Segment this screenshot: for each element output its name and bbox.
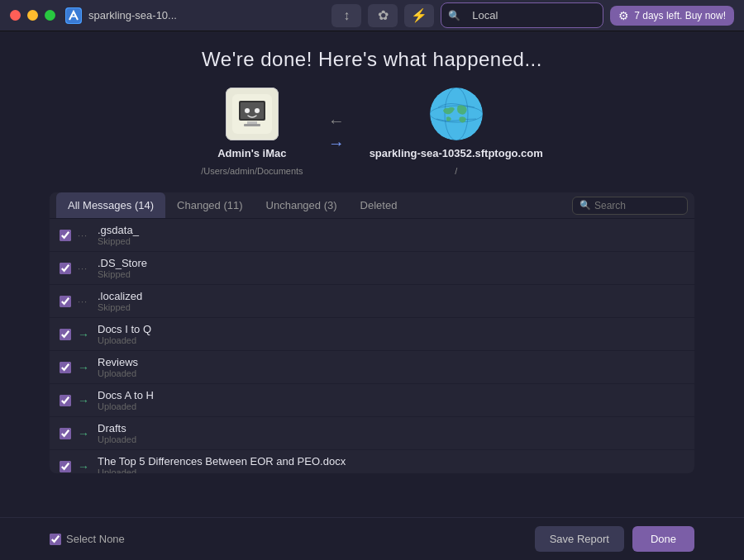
file-checkbox[interactable]	[60, 263, 71, 274]
file-action-status: Skipped	[98, 302, 142, 312]
file-checkbox[interactable]	[60, 395, 71, 406]
status-arrow-icon: →	[78, 328, 91, 341]
tab-unchanged[interactable]: Unchanged (3)	[255, 192, 349, 218]
file-search-input[interactable]	[594, 200, 680, 211]
search-icon: 🔍	[579, 200, 591, 211]
file-checkbox[interactable]	[60, 230, 71, 241]
tab-deleted[interactable]: Deleted	[349, 192, 409, 218]
window-controls	[10, 10, 55, 21]
table-row: → Docs I to Q Uploaded	[50, 318, 694, 351]
remote-machine-info: sparkling-sea-10352.sftptogo.com /	[370, 88, 543, 176]
action-buttons: Save Report Done	[535, 526, 694, 552]
file-panel: All Messages (14) Changed (11) Unchanged…	[50, 192, 694, 473]
file-name: Docs A to H	[98, 389, 154, 401]
file-action-status: Uploaded	[98, 368, 138, 378]
gear-icon: ⚙	[618, 9, 629, 22]
select-none-label[interactable]: Select None	[66, 533, 125, 545]
tab-all-messages[interactable]: All Messages (14)	[56, 192, 165, 218]
file-info: .DS_Store Skipped	[98, 257, 147, 279]
file-info: Docs I to Q Uploaded	[98, 323, 151, 345]
select-none-checkbox[interactable]	[50, 534, 61, 545]
file-info: .localized Skipped	[98, 290, 142, 312]
svg-point-6	[245, 108, 250, 113]
tab-changed[interactable]: Changed (11)	[165, 192, 255, 218]
main-content: We're done! Here's what happened... Admi…	[0, 31, 744, 517]
table-row: → Docs A to H Uploaded	[50, 384, 694, 417]
file-checkbox[interactable]	[60, 362, 71, 373]
transfer-icon: ↕	[343, 8, 350, 23]
file-checkbox[interactable]	[60, 428, 71, 439]
search-icon: 🔍	[448, 10, 460, 21]
app-name: sparkling-sea-10...	[88, 9, 331, 21]
bottom-bar: Select None Save Report Done	[0, 517, 744, 560]
svg-rect-3	[241, 102, 264, 119]
file-name: Drafts	[98, 422, 136, 434]
arrow-left-icon: ←	[328, 112, 345, 131]
file-info: .gsdata_ Skipped	[98, 224, 139, 246]
file-checkbox[interactable]	[60, 296, 71, 307]
local-machine-info: Admin's iMac /Users/admin/Documents	[201, 88, 303, 176]
done-button[interactable]: Done	[632, 526, 694, 552]
local-machine-icon	[226, 88, 279, 140]
minimize-button[interactable]	[27, 10, 38, 21]
save-report-button[interactable]: Save Report	[535, 526, 624, 552]
table-row: ··· .gsdata_ Skipped	[50, 219, 694, 252]
file-checkbox[interactable]	[60, 461, 71, 472]
file-name: .gsdata_	[98, 224, 139, 236]
file-info: Drafts Uploaded	[98, 422, 136, 444]
remote-machine-name: sparkling-sea-10352.sftptogo.com	[370, 147, 543, 159]
close-button[interactable]	[10, 10, 21, 21]
file-name: Docs I to Q	[98, 323, 151, 335]
file-info: Docs A to H Uploaded	[98, 389, 154, 411]
flower-icon: ✿	[378, 7, 389, 23]
file-name: .localized	[98, 290, 142, 302]
file-name: Reviews	[98, 356, 138, 368]
tab-changed-label: Changed (11)	[177, 199, 243, 211]
file-action-status: Skipped	[98, 269, 147, 279]
svg-rect-4	[247, 121, 257, 124]
maximize-button[interactable]	[45, 10, 55, 21]
search-box: 🔍	[572, 197, 688, 215]
alert-icon: ⚡	[411, 7, 427, 23]
file-action-status: Skipped	[98, 236, 139, 246]
svg-rect-5	[244, 124, 260, 126]
titlebar: sparkling-sea-10... ↕ ✿ ⚡ 🔍 ⚙ 7 days lef…	[0, 0, 744, 31]
status-arrow-icon: →	[78, 427, 91, 440]
table-row: → Reviews Uploaded	[50, 351, 694, 384]
alert-nav-button[interactable]: ⚡	[404, 4, 434, 27]
local-machine-name: Admin's iMac	[217, 147, 286, 159]
file-name: .DS_Store	[98, 257, 147, 269]
titlebar-search-input[interactable]	[464, 6, 596, 25]
transfer-info-row: Admin's iMac /Users/admin/Documents ← →	[201, 88, 543, 176]
arrow-right-icon: →	[328, 134, 345, 153]
file-action-status: Uploaded	[98, 467, 346, 473]
status-dots-icon: ···	[78, 263, 91, 273]
upgrade-badge[interactable]: ⚙ 7 days left. Buy now!	[610, 6, 734, 26]
select-none-row: Select None	[50, 533, 125, 545]
page-title: We're done! Here's what happened...	[202, 48, 542, 71]
file-info: The Top 5 Differences Between EOR and PE…	[98, 455, 346, 473]
status-arrow-icon: →	[78, 394, 91, 407]
app-icon	[65, 7, 82, 24]
status-arrow-icon: →	[78, 361, 91, 374]
status-arrow-icon: →	[78, 460, 91, 473]
tab-all-label: All Messages (14)	[68, 199, 154, 211]
file-action-status: Uploaded	[98, 401, 154, 411]
table-row: → The Top 5 Differences Between EOR and …	[50, 450, 694, 473]
flower-nav-button[interactable]: ✿	[368, 4, 398, 27]
status-dots-icon: ···	[78, 297, 91, 306]
transfer-nav-button[interactable]: ↕	[331, 4, 361, 27]
svg-point-7	[255, 108, 260, 113]
svg-point-8	[430, 88, 483, 140]
file-checkbox[interactable]	[60, 329, 71, 340]
file-name: The Top 5 Differences Between EOR and PE…	[98, 455, 346, 467]
nav-buttons: ↕ ✿ ⚡	[331, 4, 434, 27]
tab-deleted-label: Deleted	[360, 199, 398, 211]
table-row: → Drafts Uploaded	[50, 417, 694, 450]
status-dots-icon: ···	[78, 230, 91, 240]
local-machine-path: /Users/admin/Documents	[201, 166, 303, 176]
upgrade-label: 7 days left. Buy now!	[634, 10, 726, 21]
table-row: ··· .localized Skipped	[50, 285, 694, 318]
table-row: ··· .DS_Store Skipped	[50, 252, 694, 285]
file-action-status: Uploaded	[98, 434, 136, 444]
